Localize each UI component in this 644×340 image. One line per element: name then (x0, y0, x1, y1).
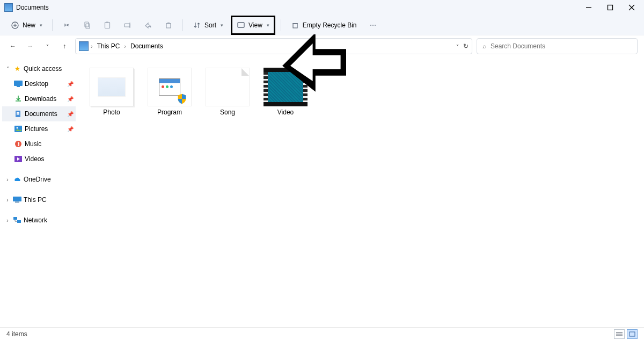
icons-view-button[interactable] (627, 329, 638, 339)
pin-icon: 📌 (67, 81, 74, 87)
status-bar: 4 items (0, 327, 644, 340)
rename-icon (123, 21, 132, 30)
command-bar: New ▾ ✂ Sort ▾ View ▾ Empty Recycle Bin … (0, 15, 644, 35)
sidebar-quick-access[interactable]: ˅ ★ Quick access (2, 61, 76, 76)
copy-button[interactable] (78, 18, 96, 33)
file-label: Program (157, 108, 182, 116)
pin-icon: 📌 (67, 111, 74, 117)
file-item-program[interactable]: Program (147, 66, 193, 118)
app-icon (4, 3, 13, 12)
svg-rect-20 (17, 86, 20, 87)
sidebar-item-label: Desktop (25, 80, 48, 88)
search-box[interactable]: ⌕ (477, 38, 638, 54)
sidebar-item-downloads[interactable]: Downloads 📌 (2, 91, 76, 106)
svg-rect-32 (17, 220, 21, 223)
breadcrumb-current[interactable]: Documents (128, 41, 165, 52)
cloud-icon (13, 175, 21, 184)
sidebar-item-videos[interactable]: Videos (2, 151, 76, 167)
chevron-down-icon: ▾ (267, 23, 269, 28)
title-bar: Documents (0, 0, 644, 15)
new-label: New (23, 21, 35, 29)
sidebar-item-label: Pictures (25, 125, 48, 133)
delete-button[interactable] (160, 18, 177, 33)
details-view-button[interactable] (614, 329, 625, 339)
svg-rect-29 (13, 197, 21, 201)
address-dropdown-button[interactable]: ˅ (456, 44, 459, 49)
view-button[interactable]: View ▾ (231, 16, 275, 35)
sort-button[interactable]: Sort ▾ (188, 18, 228, 33)
nav-row: ← → ˅ ↑ › This PC › Documents ˅ ↻ ⌕ (0, 35, 644, 57)
chevron-right-icon: › (91, 43, 93, 49)
sidebar-item-label: Music (25, 140, 41, 148)
sidebar-this-pc[interactable]: › This PC (2, 192, 76, 207)
file-item-video[interactable]: Video (262, 66, 309, 118)
breadcrumb-root[interactable]: This PC (95, 41, 122, 52)
sidebar-item-documents[interactable]: Documents 📌 (2, 106, 76, 121)
window-controls (584, 3, 640, 12)
svg-rect-24 (17, 114, 19, 115)
sidebar-item-label: Documents (25, 110, 57, 118)
plus-circle-icon (11, 21, 19, 30)
sidebar-item-music[interactable]: Music (2, 136, 76, 151)
copy-icon (83, 21, 91, 30)
sidebar-network[interactable]: › Network (2, 213, 76, 228)
minimize-button[interactable] (584, 3, 594, 12)
up-button[interactable]: ↑ (58, 40, 71, 53)
sort-icon (193, 21, 201, 30)
sidebar-label: OneDrive (24, 176, 51, 183)
forward-button[interactable]: → (24, 40, 36, 53)
view-icon (237, 21, 245, 30)
recent-locations-button[interactable]: ˅ (41, 40, 54, 53)
sort-label: Sort (204, 21, 216, 29)
svg-rect-1 (608, 5, 613, 10)
ellipsis-icon: ⋯ (369, 21, 377, 30)
song-thumbnail-icon (206, 68, 250, 106)
maximize-button[interactable] (605, 3, 615, 12)
videos-icon (14, 155, 23, 163)
folder-icon (79, 41, 89, 51)
refresh-button[interactable]: ↻ (463, 42, 469, 50)
chevron-down-icon: ▾ (221, 23, 223, 28)
share-button[interactable] (140, 18, 157, 33)
network-icon (13, 216, 21, 225)
close-button[interactable] (627, 3, 636, 12)
search-input[interactable] (491, 42, 632, 50)
video-thumbnail-icon (264, 68, 308, 106)
file-list: Photo Program Song Vid (84, 66, 638, 118)
sidebar-item-pictures[interactable]: Pictures 📌 (2, 121, 76, 136)
chevron-right-icon: › (4, 218, 11, 223)
content-area[interactable]: Photo Program Song Vid (78, 57, 644, 327)
file-item-song[interactable]: Song (204, 66, 251, 118)
sidebar-onedrive[interactable]: › OneDrive (2, 172, 76, 187)
paste-button[interactable] (99, 18, 116, 33)
file-label: Song (220, 108, 235, 116)
navigation-pane: ˅ ★ Quick access Desktop 📌 Downloads 📌 D… (0, 57, 78, 327)
svg-rect-25 (14, 126, 22, 132)
svg-rect-31 (13, 217, 17, 220)
desktop-icon (14, 79, 23, 88)
address-bar[interactable]: › This PC › Documents ˅ ↻ (75, 38, 472, 54)
pin-icon: 📌 (67, 96, 74, 102)
recycle-bin-icon (291, 21, 299, 30)
svg-rect-36 (630, 332, 635, 336)
star-icon: ★ (13, 64, 21, 73)
window-title: Documents (16, 4, 49, 11)
chevron-right-icon: › (4, 197, 11, 203)
file-label: Video (277, 108, 294, 116)
sidebar-item-label: Downloads (25, 95, 56, 103)
sidebar-item-desktop[interactable]: Desktop 📌 (2, 76, 76, 91)
svg-rect-10 (106, 21, 108, 23)
new-button[interactable]: New ▾ (6, 18, 47, 33)
music-icon (14, 140, 23, 148)
cut-button[interactable]: ✂ (58, 18, 75, 33)
empty-recycle-bin-button[interactable]: Empty Recycle Bin (287, 18, 361, 33)
back-button[interactable]: ← (6, 40, 19, 53)
file-label: Photo (103, 108, 120, 116)
documents-icon (14, 110, 23, 118)
file-item-photo[interactable]: Photo (89, 66, 135, 118)
empty-recycle-label: Empty Recycle Bin (303, 21, 357, 29)
rename-button[interactable] (119, 18, 136, 33)
svg-rect-30 (15, 201, 19, 203)
more-button[interactable]: ⋯ (364, 18, 382, 33)
item-count: 4 items (6, 330, 27, 338)
